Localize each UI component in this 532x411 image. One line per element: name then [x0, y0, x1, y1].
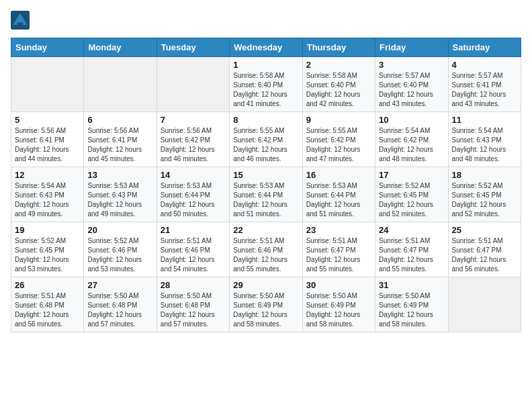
day-info: Sunrise: 5:51 AM Sunset: 6:46 PM Dayligh… — [233, 236, 298, 274]
day-number: 17 — [379, 170, 444, 180]
calendar-cell — [11, 57, 84, 112]
calendar-cell: 20Sunrise: 5:52 AM Sunset: 6:46 PM Dayli… — [84, 222, 157, 277]
weekday-header-sunday: Sunday — [11, 38, 84, 57]
day-number: 30 — [306, 280, 371, 290]
day-number: 15 — [233, 170, 298, 180]
day-info: Sunrise: 5:51 AM Sunset: 6:47 PM Dayligh… — [452, 236, 517, 274]
day-info: Sunrise: 5:50 AM Sunset: 6:49 PM Dayligh… — [379, 291, 444, 329]
calendar-cell — [157, 57, 229, 112]
day-number: 27 — [87, 280, 152, 290]
day-info: Sunrise: 5:52 AM Sunset: 6:45 PM Dayligh… — [452, 181, 517, 219]
day-info: Sunrise: 5:54 AM Sunset: 6:42 PM Dayligh… — [379, 126, 444, 164]
calendar-cell: 27Sunrise: 5:50 AM Sunset: 6:48 PM Dayli… — [84, 277, 157, 332]
calendar-cell: 24Sunrise: 5:51 AM Sunset: 6:47 PM Dayli… — [375, 222, 448, 277]
day-number: 1 — [233, 60, 298, 70]
day-number: 2 — [306, 60, 371, 70]
calendar-cell: 23Sunrise: 5:51 AM Sunset: 6:47 PM Dayli… — [302, 222, 375, 277]
calendar-cell — [84, 57, 157, 112]
calendar-cell: 22Sunrise: 5:51 AM Sunset: 6:46 PM Dayli… — [230, 222, 302, 277]
day-number: 28 — [161, 280, 226, 290]
calendar-week-2: 5Sunrise: 5:56 AM Sunset: 6:41 PM Daylig… — [11, 112, 521, 167]
calendar-cell: 9Sunrise: 5:55 AM Sunset: 6:42 PM Daylig… — [302, 112, 375, 167]
day-number: 18 — [452, 170, 517, 180]
calendar-week-5: 26Sunrise: 5:51 AM Sunset: 6:48 PM Dayli… — [11, 277, 521, 332]
day-info: Sunrise: 5:50 AM Sunset: 6:48 PM Dayligh… — [87, 291, 152, 329]
weekday-header-monday: Monday — [84, 38, 157, 57]
calendar-cell: 6Sunrise: 5:56 AM Sunset: 6:41 PM Daylig… — [84, 112, 157, 167]
day-number: 13 — [87, 170, 152, 180]
day-info: Sunrise: 5:51 AM Sunset: 6:47 PM Dayligh… — [379, 236, 444, 274]
day-info: Sunrise: 5:53 AM Sunset: 6:43 PM Dayligh… — [87, 181, 152, 219]
calendar-week-4: 19Sunrise: 5:52 AM Sunset: 6:45 PM Dayli… — [11, 222, 521, 277]
day-info: Sunrise: 5:56 AM Sunset: 6:41 PM Dayligh… — [15, 126, 80, 164]
calendar-cell: 17Sunrise: 5:52 AM Sunset: 6:45 PM Dayli… — [375, 167, 448, 222]
calendar-cell: 13Sunrise: 5:53 AM Sunset: 6:43 PM Dayli… — [84, 167, 157, 222]
weekday-header-wednesday: Wednesday — [230, 38, 302, 57]
day-number: 16 — [306, 170, 371, 180]
day-info: Sunrise: 5:55 AM Sunset: 6:42 PM Dayligh… — [233, 126, 298, 164]
calendar-week-1: 1Sunrise: 5:58 AM Sunset: 6:40 PM Daylig… — [11, 57, 521, 112]
day-info: Sunrise: 5:50 AM Sunset: 6:49 PM Dayligh… — [306, 291, 371, 329]
day-number: 6 — [87, 115, 152, 125]
calendar-cell: 18Sunrise: 5:52 AM Sunset: 6:45 PM Dayli… — [448, 167, 521, 222]
calendar-cell: 10Sunrise: 5:54 AM Sunset: 6:42 PM Dayli… — [375, 112, 448, 167]
calendar-cell: 16Sunrise: 5:53 AM Sunset: 6:44 PM Dayli… — [302, 167, 375, 222]
logo-icon — [11, 11, 30, 30]
day-info: Sunrise: 5:50 AM Sunset: 6:49 PM Dayligh… — [233, 291, 298, 329]
day-number: 31 — [379, 280, 444, 290]
calendar-cell: 19Sunrise: 5:52 AM Sunset: 6:45 PM Dayli… — [11, 222, 84, 277]
day-info: Sunrise: 5:54 AM Sunset: 6:43 PM Dayligh… — [15, 181, 80, 219]
calendar-table: SundayMondayTuesdayWednesdayThursdayFrid… — [11, 38, 521, 332]
day-number: 26 — [15, 280, 80, 290]
calendar-cell — [448, 277, 521, 332]
svg-rect-2 — [17, 23, 23, 28]
day-info: Sunrise: 5:57 AM Sunset: 6:41 PM Dayligh… — [452, 71, 517, 109]
day-info: Sunrise: 5:51 AM Sunset: 6:46 PM Dayligh… — [161, 236, 226, 274]
calendar-cell: 1Sunrise: 5:58 AM Sunset: 6:40 PM Daylig… — [230, 57, 302, 112]
page-header — [11, 11, 521, 30]
weekday-header-tuesday: Tuesday — [157, 38, 229, 57]
day-info: Sunrise: 5:52 AM Sunset: 6:45 PM Dayligh… — [15, 236, 80, 274]
day-number: 24 — [379, 225, 444, 235]
day-info: Sunrise: 5:52 AM Sunset: 6:46 PM Dayligh… — [87, 236, 152, 274]
day-info: Sunrise: 5:53 AM Sunset: 6:44 PM Dayligh… — [306, 181, 371, 219]
day-number: 7 — [161, 115, 226, 125]
day-number: 19 — [15, 225, 80, 235]
day-number: 11 — [452, 115, 517, 125]
calendar-cell: 2Sunrise: 5:58 AM Sunset: 6:40 PM Daylig… — [302, 57, 375, 112]
day-number: 20 — [87, 225, 152, 235]
day-info: Sunrise: 5:58 AM Sunset: 6:40 PM Dayligh… — [306, 71, 371, 109]
logo — [11, 11, 32, 30]
weekday-header-friday: Friday — [375, 38, 448, 57]
day-number: 23 — [306, 225, 371, 235]
day-number: 9 — [306, 115, 371, 125]
day-number: 22 — [233, 225, 298, 235]
day-info: Sunrise: 5:54 AM Sunset: 6:43 PM Dayligh… — [452, 126, 517, 164]
calendar-cell: 3Sunrise: 5:57 AM Sunset: 6:40 PM Daylig… — [375, 57, 448, 112]
day-info: Sunrise: 5:58 AM Sunset: 6:40 PM Dayligh… — [233, 71, 298, 109]
day-number: 8 — [233, 115, 298, 125]
calendar-cell: 7Sunrise: 5:56 AM Sunset: 6:42 PM Daylig… — [157, 112, 229, 167]
day-info: Sunrise: 5:53 AM Sunset: 6:44 PM Dayligh… — [161, 181, 226, 219]
day-number: 14 — [161, 170, 226, 180]
day-info: Sunrise: 5:53 AM Sunset: 6:44 PM Dayligh… — [233, 181, 298, 219]
weekday-header-row: SundayMondayTuesdayWednesdayThursdayFrid… — [11, 38, 521, 57]
day-info: Sunrise: 5:51 AM Sunset: 6:47 PM Dayligh… — [306, 236, 371, 274]
calendar-cell: 29Sunrise: 5:50 AM Sunset: 6:49 PM Dayli… — [230, 277, 302, 332]
day-number: 5 — [15, 115, 80, 125]
day-number: 3 — [379, 60, 444, 70]
calendar-cell: 11Sunrise: 5:54 AM Sunset: 6:43 PM Dayli… — [448, 112, 521, 167]
calendar-cell: 4Sunrise: 5:57 AM Sunset: 6:41 PM Daylig… — [448, 57, 521, 112]
day-number: 21 — [161, 225, 226, 235]
calendar-cell: 14Sunrise: 5:53 AM Sunset: 6:44 PM Dayli… — [157, 167, 229, 222]
calendar-cell: 25Sunrise: 5:51 AM Sunset: 6:47 PM Dayli… — [448, 222, 521, 277]
calendar-week-3: 12Sunrise: 5:54 AM Sunset: 6:43 PM Dayli… — [11, 167, 521, 222]
calendar-cell: 5Sunrise: 5:56 AM Sunset: 6:41 PM Daylig… — [11, 112, 84, 167]
day-info: Sunrise: 5:50 AM Sunset: 6:48 PM Dayligh… — [161, 291, 226, 329]
day-info: Sunrise: 5:56 AM Sunset: 6:42 PM Dayligh… — [161, 126, 226, 164]
calendar-cell: 12Sunrise: 5:54 AM Sunset: 6:43 PM Dayli… — [11, 167, 84, 222]
calendar-cell: 28Sunrise: 5:50 AM Sunset: 6:48 PM Dayli… — [157, 277, 229, 332]
calendar-cell: 30Sunrise: 5:50 AM Sunset: 6:49 PM Dayli… — [302, 277, 375, 332]
calendar-cell: 8Sunrise: 5:55 AM Sunset: 6:42 PM Daylig… — [230, 112, 302, 167]
day-info: Sunrise: 5:56 AM Sunset: 6:41 PM Dayligh… — [87, 126, 152, 164]
